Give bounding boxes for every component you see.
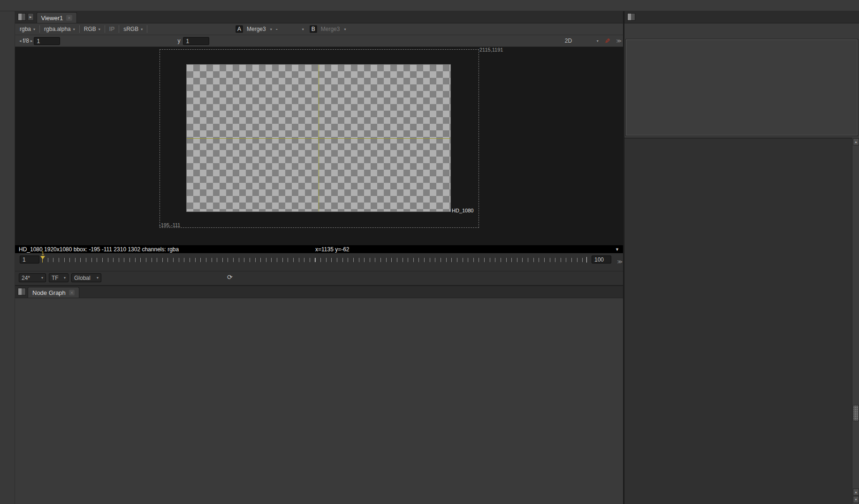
input-process-toggle[interactable]: IP xyxy=(107,25,116,33)
chevron-down-icon: ▾ xyxy=(344,27,346,31)
range-end-marker xyxy=(586,257,587,263)
chevron-down-icon: ▾ xyxy=(97,276,99,280)
channels-select[interactable]: rgba▾ xyxy=(18,25,37,33)
right-panel-tab-bar xyxy=(624,11,859,23)
code-scrollbar[interactable]: ▲ ▲ ▼ xyxy=(852,138,859,504)
viewer-info-bar: HD_1080 1920x1080 bbox: -195 -111 2310 1… xyxy=(15,245,623,253)
viewer-image[interactable] xyxy=(186,64,451,212)
tab-node-graph[interactable]: Node Graph × xyxy=(28,287,79,298)
chevron-down-icon: ▾ xyxy=(597,39,599,43)
fstop-prev-icon[interactable]: ◂ xyxy=(19,38,22,43)
pane-layout-icon[interactable] xyxy=(627,13,635,21)
node-graph-canvas[interactable] xyxy=(15,298,623,503)
display-channels-select[interactable]: RGB▾ xyxy=(82,25,102,33)
scroll-up-icon[interactable]: ▲ xyxy=(853,138,859,145)
scrollbar-thumb[interactable] xyxy=(853,405,859,421)
playhead[interactable] xyxy=(40,256,45,259)
close-icon[interactable]: × xyxy=(66,15,72,21)
bbox-corner-label: -195,-111 xyxy=(159,222,180,228)
transport-controls: 24*▾ TF▾ Global▾ ⟳ xyxy=(15,271,623,285)
viewer-process-select[interactable]: sRGB▾ xyxy=(122,25,144,33)
chevron-down-icon: ▾ xyxy=(141,27,143,31)
pane-layout-icon[interactable] xyxy=(18,288,26,295)
close-icon[interactable]: × xyxy=(69,290,75,295)
fstop-label: f/8 xyxy=(23,38,29,44)
scroll-up-icon[interactable]: ▲ xyxy=(853,489,859,496)
chevron-down-icon: ▾ xyxy=(270,27,272,31)
viewer-toolbar-row1: rgba▾ rgba.alpha▾ RGB▾ IP sRGB▾ A Merge3… xyxy=(15,23,623,35)
right-panel: ▲ ▲ ▼ xyxy=(624,11,859,504)
view-mode-select[interactable]: 2D▾ xyxy=(563,37,601,45)
script-editor-toolbar xyxy=(624,23,859,38)
playhead-line xyxy=(42,256,43,263)
playback-loop-icon[interactable]: ⟳ xyxy=(227,273,233,281)
viewer-tab-bar: ▸ Viewer1 × xyxy=(15,11,623,23)
fstop-next-icon[interactable]: ▸ xyxy=(30,38,33,43)
timeline: 1 1 100 ≫ xyxy=(15,253,623,271)
pane-layout-icon[interactable] xyxy=(18,13,26,21)
toolbar-chevron-icon[interactable]: ≫ xyxy=(616,38,620,44)
pane-expand-icon[interactable]: ▸ xyxy=(28,13,34,21)
bbox-corner-label: 2115,1191 xyxy=(479,47,503,53)
gamma-input[interactable]: 1 xyxy=(183,37,209,45)
input-b-label: B xyxy=(310,25,317,33)
frame-range-select[interactable]: Global▾ xyxy=(71,273,101,282)
range-end-input[interactable]: 100 xyxy=(592,256,611,263)
alpha-channel-select[interactable]: rgba.alpha▾ xyxy=(42,25,77,33)
node-graph-tab-bar: Node Graph × xyxy=(15,286,623,298)
chevron-down-icon: ▾ xyxy=(73,27,75,31)
ab-mix-select[interactable]: -▾ xyxy=(274,25,306,33)
chevron-down-icon: ▾ xyxy=(99,27,100,31)
input-a-select[interactable]: Merge3▾ xyxy=(245,25,274,33)
cursor-position-text: x=1135 y=-62 xyxy=(315,246,350,253)
chevron-down-icon: ▾ xyxy=(33,27,35,31)
info-dropdown-icon[interactable]: ▼ xyxy=(615,247,619,252)
script-editor-input[interactable] xyxy=(624,138,859,504)
input-a-label: A xyxy=(236,25,243,33)
gamma-label: y xyxy=(177,38,180,44)
timeline-ruler[interactable]: 1 xyxy=(42,254,588,270)
crosshair-horizontal xyxy=(187,138,450,139)
script-editor-output[interactable] xyxy=(626,39,858,135)
input-b-select[interactable]: Merge3▾ xyxy=(319,25,348,33)
playhead-frame-label: 1 xyxy=(41,250,44,256)
range-start-input[interactable]: 1 xyxy=(20,256,39,263)
chevron-down-icon: ▾ xyxy=(64,276,66,280)
annotate-brush-icon[interactable]: ✎ xyxy=(603,38,611,44)
nodes-toolbar xyxy=(0,11,15,504)
viewer-viewport[interactable]: 2115,1191 -195,-111 HD_1080 xyxy=(15,47,623,245)
gain-input[interactable]: 1 xyxy=(34,37,60,45)
gamma-slider[interactable] xyxy=(213,36,276,46)
scroll-down-icon[interactable]: ▼ xyxy=(853,496,859,503)
format-label: HD_1080 xyxy=(452,208,473,213)
chevron-down-icon: ▾ xyxy=(302,27,304,31)
node-graph-pane: Node Graph × xyxy=(15,285,624,504)
viewer-toolbar-row2: ◂ f/8 ▸ 1 y 1 2D▾ ✎ ≫ xyxy=(15,35,623,47)
chevron-down-icon: ▾ xyxy=(41,276,43,280)
tab-node-graph-label: Node Graph xyxy=(32,289,66,296)
ruler-ticks xyxy=(42,258,588,262)
viewer-pane: ▸ Viewer1 × rgba▾ rgba.alpha▾ RGB▾ IP sR… xyxy=(15,11,624,285)
gain-slider[interactable] xyxy=(64,36,171,46)
timeline-mode-select[interactable]: TF▾ xyxy=(49,273,68,282)
tab-viewer1[interactable]: Viewer1 × xyxy=(37,12,77,23)
timeline-chevron-icon[interactable]: ≫ xyxy=(617,259,621,265)
menu-bar xyxy=(0,0,859,11)
tab-viewer1-label: Viewer1 xyxy=(41,15,63,22)
fps-select[interactable]: 24*▾ xyxy=(19,273,46,282)
